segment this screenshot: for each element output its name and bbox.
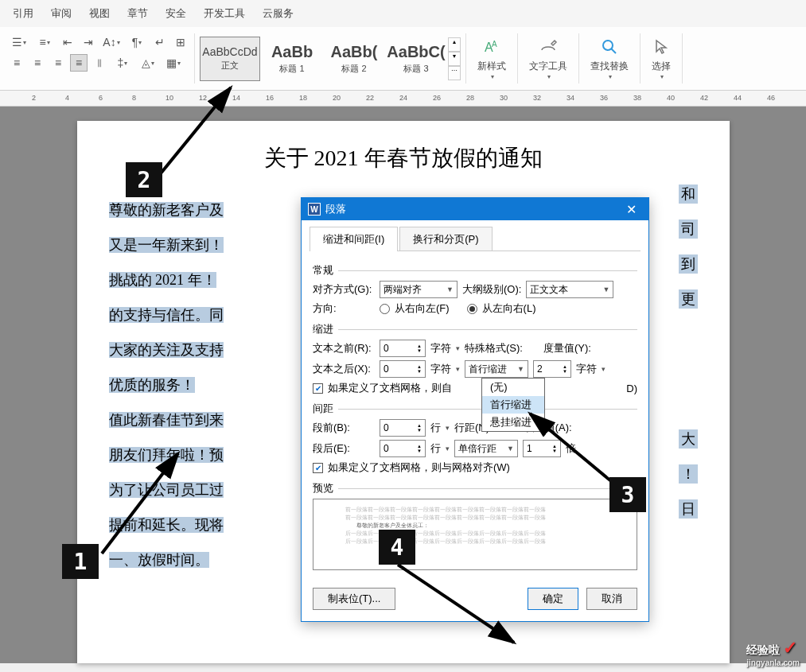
style-scroll[interactable]: ▴ ▾ ⋯ (448, 37, 461, 80)
measure-input[interactable]: 2▲▼ (533, 360, 571, 378)
rtl-label: 从右向左(F) (395, 301, 450, 316)
shading-icon[interactable]: ◬▾ (137, 54, 159, 72)
styles-gallery: AaBbCcDd 正文 AaBb 标题 1 AaBb( 标题 2 AaBbC( … (195, 33, 466, 84)
menu-cloud[interactable]: 云服务 (263, 6, 294, 21)
watermark: 经验啦 ✓ jingyanla.com (746, 638, 800, 667)
menu-security[interactable]: 安全 (165, 6, 186, 21)
menu-chapter[interactable]: 章节 (127, 6, 148, 21)
arrow-1 (99, 437, 194, 557)
menu-devtools[interactable]: 开发工具 (204, 6, 245, 21)
measure-label: 度量值(Y): (543, 341, 591, 355)
line-spacing-icon[interactable]: ‡▾ (111, 54, 134, 72)
svg-line-4 (102, 453, 178, 554)
snap-grid-label: 如果定义了文档网格，则与网格对齐(W) (328, 460, 510, 475)
before-text-input[interactable]: 0▲▼ (380, 340, 426, 357)
direction-label: 方向: (313, 301, 375, 316)
svg-line-5 (161, 87, 231, 173)
tabstops-button[interactable]: 制表位(T)... (313, 588, 395, 610)
tab-line-break[interactable]: 换行和分页(P) (399, 227, 492, 251)
svg-line-7 (398, 565, 514, 643)
select-button[interactable]: 选择▾ (641, 33, 683, 84)
before-para-label: 段前(B): (313, 421, 375, 435)
option-none[interactable]: (无) (482, 379, 544, 396)
close-icon[interactable]: ✕ (620, 202, 642, 217)
style-heading3[interactable]: AaBbC( 标题 3 (386, 37, 446, 81)
before-text-label: 文本之前(R): (313, 341, 375, 355)
menubar: 引用 审阅 视图 章节 安全 开发工具 云服务 (0, 0, 806, 27)
special-format-combo[interactable]: 首行缩进▼ (465, 360, 528, 378)
dialog-title: 段落 (325, 202, 346, 216)
text-tool-button[interactable]: 文字工具▾ (518, 33, 579, 84)
bullets-icon[interactable]: ☰▾ (8, 33, 30, 51)
snap-grid-checkbox[interactable]: ✔ (313, 463, 323, 473)
menu-review[interactable]: 审阅 (51, 6, 72, 21)
sort-icon[interactable]: A↕▾ (100, 33, 123, 51)
align-label: 对齐方式(G): (313, 282, 375, 297)
style-heading1[interactable]: AaBb 标题 1 (262, 37, 322, 81)
numbering-icon[interactable]: ≡▾ (33, 33, 56, 51)
section-preview: 预览 (313, 481, 333, 495)
callout-4: 4 (379, 530, 415, 565)
find-replace-button[interactable]: 查找替换▾ (579, 33, 641, 84)
ltr-icon[interactable]: ↵ (151, 33, 169, 51)
paragraph-group: ☰▾ ≡▾ ⇤ ⇥ A↕▾ ¶▾ ↵ ⊞ ≡ ≡ ≡ ≡ ⫴ ‡▾ ◬▾ ▦▾ (3, 33, 195, 84)
after-para-label: 段后(E): (313, 441, 375, 456)
section-indent: 缩进 (313, 322, 333, 336)
align-combo[interactable]: 两端对齐▼ (380, 281, 458, 298)
right-tools: AA 新样式▾ 文字工具▾ 查找替换▾ 选择▾ (466, 33, 683, 84)
svg-text:A: A (492, 40, 497, 49)
callout-2: 2 (126, 162, 162, 197)
section-general: 常规 (313, 263, 333, 278)
align-left-icon[interactable]: ≡ (8, 54, 25, 72)
new-style-button[interactable]: AA 新样式▾ (466, 33, 518, 84)
after-text-input[interactable]: 0▲▼ (380, 360, 426, 378)
align-center-icon[interactable]: ≡ (29, 54, 46, 72)
ruler[interactable]: 2468101214161820222426283032343638404244… (0, 91, 806, 107)
style-down-icon[interactable]: ▾ (448, 52, 461, 66)
grid-icon[interactable]: ⊞ (172, 33, 189, 51)
outline-combo[interactable]: 正文文本▼ (526, 281, 613, 298)
app-logo-icon: W (308, 203, 321, 216)
dialog-tabs: 缩进和间距(I) 换行和分页(P) (302, 220, 648, 251)
ltr-radio[interactable] (467, 304, 477, 314)
svg-line-3 (611, 49, 616, 53)
special-label: 特殊格式(S): (465, 341, 523, 355)
after-para-input[interactable]: 0▲▼ (380, 440, 426, 457)
rtl-radio[interactable] (380, 304, 390, 314)
borders-icon[interactable]: ▦▾ (162, 54, 185, 72)
arrow-4 (396, 563, 539, 658)
auto-adjust-label: 如果定义了文档网格，则自 (328, 381, 452, 395)
outline-label: 大纲级别(O): (462, 282, 521, 297)
marks-icon[interactable]: ¶▾ (126, 33, 148, 51)
callout-3: 3 (609, 477, 646, 512)
menu-view[interactable]: 视图 (89, 6, 110, 21)
style-heading2[interactable]: AaBb( 标题 2 (324, 37, 384, 81)
auto-adjust-checkbox[interactable]: ✔ (313, 383, 323, 394)
outdent-icon[interactable]: ⇤ (59, 33, 76, 51)
indent-icon[interactable]: ⇥ (80, 33, 97, 51)
align-justify-icon[interactable]: ≡ (70, 54, 88, 72)
tab-indent-spacing[interactable]: 缩进和间距(I) (310, 227, 398, 251)
preview-box: 前一段落前一段落前一段落前一段落前一段落前一段落前一段落前一段落前一段落 前一段… (313, 499, 637, 570)
line-spacing-combo[interactable]: 单倍行距▼ (454, 440, 518, 457)
style-up-icon[interactable]: ▴ (448, 37, 461, 52)
callout-1: 1 (62, 544, 99, 579)
section-spacing: 间距 (313, 402, 333, 416)
distribute-icon[interactable]: ⫴ (91, 54, 108, 72)
before-para-input[interactable]: 0▲▼ (380, 419, 426, 437)
style-normal[interactable]: AaBbCcDd 正文 (200, 37, 260, 81)
style-more-icon[interactable]: ⋯ (448, 66, 461, 80)
after-text-label: 文本之后(X): (313, 362, 375, 376)
ltr-label: 从左向右(L) (482, 301, 536, 316)
align-right-icon[interactable]: ≡ (49, 54, 67, 72)
cancel-button[interactable]: 取消 (586, 588, 637, 610)
menu-quote[interactable]: 引用 (13, 6, 33, 21)
arrow-2 (159, 80, 255, 191)
dialog-titlebar[interactable]: W 段落 ✕ (302, 198, 648, 220)
ribbon: ☰▾ ≡▾ ⇤ ⇥ A↕▾ ¶▾ ↵ ⊞ ≡ ≡ ≡ ≡ ⫴ ‡▾ ◬▾ ▦▾ … (0, 27, 806, 91)
